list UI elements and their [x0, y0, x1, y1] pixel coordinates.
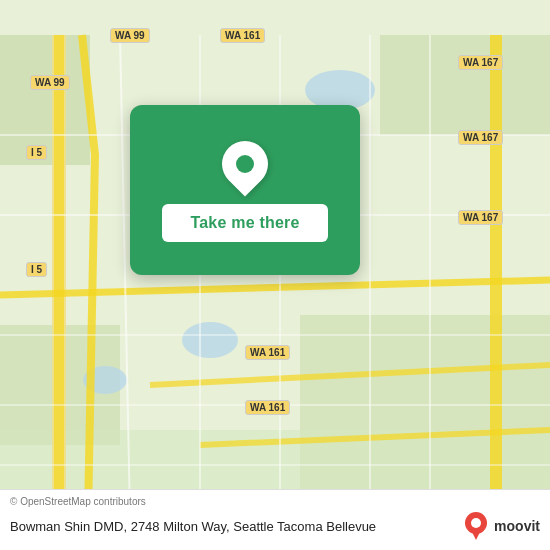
map-container: WA 99 WA 161 WA 167 WA 167 WA 167 WA 99 …	[0, 0, 550, 550]
take-me-there-button[interactable]: Take me there	[162, 204, 327, 242]
location-pin	[219, 138, 271, 190]
road-label-wa161-bottom: WA 161	[245, 400, 290, 415]
road-label-wa161-lower: WA 161	[245, 345, 290, 360]
moovit-pin-icon	[460, 510, 492, 542]
svg-rect-10	[54, 35, 64, 515]
address-text: Bowman Shin DMD, 2748 Milton Way, Seattl…	[10, 519, 460, 534]
svg-marker-24	[471, 530, 481, 540]
svg-point-23	[471, 518, 481, 528]
road-label-wa167-mid-right: WA 167	[458, 130, 503, 145]
svg-point-7	[182, 322, 238, 358]
map-svg	[0, 0, 550, 550]
location-card: Take me there	[130, 105, 360, 275]
road-label-i5-lower: I 5	[26, 262, 47, 277]
svg-rect-11	[490, 35, 502, 515]
moovit-logo: moovit	[460, 510, 540, 542]
road-label-wa167-top-right: WA 167	[458, 55, 503, 70]
svg-rect-2	[380, 35, 550, 135]
road-label-wa161-top: WA 161	[220, 28, 265, 43]
road-label-wa99-top: WA 99	[110, 28, 150, 43]
address-row: Bowman Shin DMD, 2748 Milton Way, Seattl…	[10, 510, 540, 542]
svg-point-6	[305, 70, 375, 110]
attribution-text: © OpenStreetMap contributors	[10, 496, 540, 507]
moovit-text: moovit	[494, 518, 540, 534]
road-label-wa99-left: WA 99	[30, 75, 70, 90]
road-label-i5-upper: I 5	[26, 145, 47, 160]
road-label-wa167-lower-right: WA 167	[458, 210, 503, 225]
bottom-bar: © OpenStreetMap contributors Bowman Shin…	[0, 489, 550, 550]
